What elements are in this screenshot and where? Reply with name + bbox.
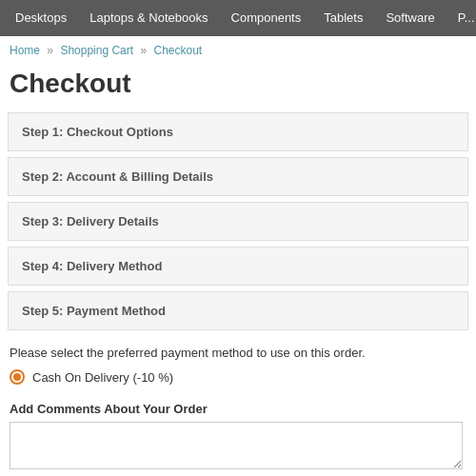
radio-cod-outer[interactable] [10,369,25,385]
nav-tablets[interactable]: Tablets [312,0,374,36]
nav-components[interactable]: Components [220,0,313,36]
nav-laptops[interactable]: Laptops & Notebooks [78,0,219,36]
breadcrumb-sep2: » [140,44,147,57]
comments-label: Add Comments About Your Order [10,402,466,416]
payment-option-label: Cash On Delivery (-10 %) [32,370,173,385]
step-1-row[interactable]: Step 1: Checkout Options [8,112,468,151]
payment-section: Please select the preferred payment meth… [0,336,476,400]
page-title: Checkout [0,65,476,112]
comments-input[interactable] [10,422,463,469]
radio-cod-inner [13,373,21,381]
nav-desktops[interactable]: Desktops [4,0,78,36]
step-3-label: Step 3: Delivery Details [22,214,159,228]
breadcrumb-current[interactable]: Checkout [153,44,202,57]
comments-section: Add Comments About Your Order [0,400,476,476]
top-nav: Desktops Laptops & Notebooks Components … [0,0,476,36]
step-5-label: Step 5: Payment Method [22,304,166,318]
steps-container: Step 1: Checkout Options Step 2: Account… [0,112,476,330]
step-3-row[interactable]: Step 3: Delivery Details [8,202,468,241]
payment-option-cod[interactable]: Cash On Delivery (-10 %) [10,369,466,385]
nav-software[interactable]: Software [374,0,446,36]
breadcrumb-cart[interactable]: Shopping Cart [60,44,133,57]
step-4-label: Step 4: Delivery Method [22,259,162,273]
breadcrumb: Home » Shopping Cart » Checkout [0,36,476,65]
step-2-row[interactable]: Step 2: Account & Billing Details [8,157,468,196]
payment-note: Please select the preferred payment meth… [10,346,466,360]
breadcrumb-sep1: » [47,44,53,57]
step-5-row[interactable]: Step 5: Payment Method [8,291,468,330]
step-1-label: Step 1: Checkout Options [22,125,173,139]
breadcrumb-home[interactable]: Home [10,44,40,57]
step-4-row[interactable]: Step 4: Delivery Method [8,247,468,286]
step-2-label: Step 2: Account & Billing Details [22,169,213,184]
nav-more[interactable]: P... [446,0,476,36]
